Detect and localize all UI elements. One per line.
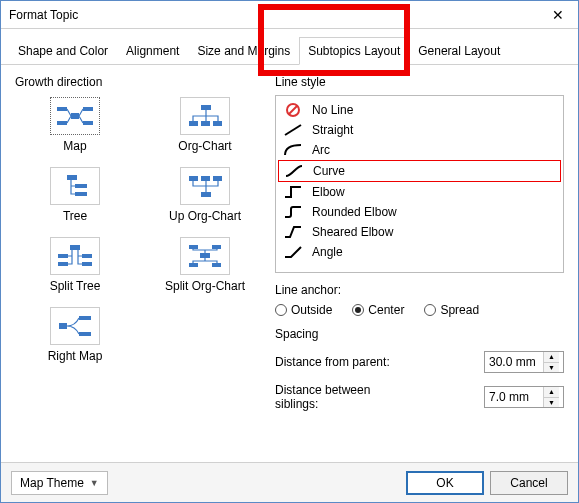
svg-rect-20 xyxy=(82,262,92,266)
svg-rect-15 xyxy=(213,176,222,181)
shearedelbow-icon xyxy=(282,224,304,240)
svg-rect-26 xyxy=(59,323,67,329)
window-title: Format Topic xyxy=(9,8,78,22)
spinner-buttons: ▲ ▼ xyxy=(543,352,559,372)
tab-shape-color[interactable]: Shape and Color xyxy=(9,37,117,64)
growth-splittree-label: Split Tree xyxy=(50,279,101,293)
linestyle-roundedelbow[interactable]: Rounded Elbow xyxy=(278,202,561,222)
linestyle-item-label: Sheared Elbow xyxy=(312,225,393,239)
linestyle-noline[interactable]: No Line xyxy=(278,100,561,120)
linestyle-list: No Line Straight Arc Curve Elbow xyxy=(275,95,564,273)
splitorgchart-icon xyxy=(180,237,230,275)
svg-rect-12 xyxy=(201,192,211,197)
elbow-icon xyxy=(282,184,304,200)
svg-rect-19 xyxy=(82,254,92,258)
linestyle-item-label: Straight xyxy=(312,123,353,137)
svg-line-30 xyxy=(289,106,297,114)
growth-rightmap[interactable]: Right Map xyxy=(15,307,135,363)
noline-icon xyxy=(282,102,304,118)
svg-rect-11 xyxy=(75,192,87,196)
growth-orgchart-label: Org-Chart xyxy=(178,139,231,153)
linestyle-item-label: Rounded Elbow xyxy=(312,205,397,219)
spin-down-icon[interactable]: ▼ xyxy=(544,362,559,373)
linestyle-angle[interactable]: Angle xyxy=(278,242,561,262)
tab-subtopics-layout[interactable]: Subtopics Layout xyxy=(299,37,409,65)
cancel-label: Cancel xyxy=(510,476,547,490)
svg-line-31 xyxy=(285,125,301,135)
distance-parent-spinner: ▲ ▼ xyxy=(484,351,564,373)
growth-tree-label: Tree xyxy=(63,209,87,223)
svg-rect-0 xyxy=(57,107,67,111)
svg-rect-5 xyxy=(201,105,211,110)
ok-button[interactable]: OK xyxy=(406,471,484,495)
line-anchor-row: Line anchor: xyxy=(275,283,564,297)
close-icon[interactable]: ✕ xyxy=(546,5,570,25)
distance-siblings-spinner: ▲ ▼ xyxy=(484,386,564,408)
chevron-down-icon: ▼ xyxy=(90,478,99,488)
distance-siblings-input[interactable] xyxy=(485,387,543,407)
svg-rect-14 xyxy=(201,176,210,181)
growth-map-label: Map xyxy=(63,139,86,153)
svg-rect-4 xyxy=(71,113,79,119)
growth-splitorgchart-label: Split Org-Chart xyxy=(165,279,245,293)
anchor-outside[interactable]: Outside xyxy=(275,303,332,317)
svg-rect-6 xyxy=(189,121,198,126)
radio-icon xyxy=(424,304,436,316)
linestyle-arc[interactable]: Arc xyxy=(278,140,561,160)
roundedelbow-icon xyxy=(282,204,304,220)
linestyle-straight[interactable]: Straight xyxy=(278,120,561,140)
tab-bar: Shape and Color Alignment Size and Margi… xyxy=(1,29,578,65)
growth-orgchart[interactable]: Org-Chart xyxy=(145,97,265,153)
ok-label: OK xyxy=(436,476,453,490)
svg-rect-9 xyxy=(67,175,77,180)
anchor-option-label: Spread xyxy=(440,303,479,317)
spin-up-icon[interactable]: ▲ xyxy=(544,387,559,397)
svg-rect-13 xyxy=(189,176,198,181)
svg-rect-3 xyxy=(83,121,93,125)
content-area: Growth direction Map Org-Chart xyxy=(1,65,578,421)
growth-map[interactable]: Map xyxy=(15,97,135,153)
distance-parent-input[interactable] xyxy=(485,352,543,372)
tab-size-margins[interactable]: Size and Margins xyxy=(188,37,299,64)
anchor-option-label: Center xyxy=(368,303,404,317)
linestyle-item-label: No Line xyxy=(312,103,353,117)
anchor-center[interactable]: Center xyxy=(352,303,404,317)
growth-splittree[interactable]: Split Tree xyxy=(15,237,135,293)
cancel-button[interactable]: Cancel xyxy=(490,471,568,495)
anchor-spread[interactable]: Spread xyxy=(424,303,479,317)
growth-grid: Map Org-Chart Tree xyxy=(15,97,265,363)
map-theme-label: Map Theme xyxy=(20,476,84,490)
svg-rect-1 xyxy=(57,121,67,125)
linestyle-shearedelbow[interactable]: Sheared Elbow xyxy=(278,222,561,242)
svg-rect-2 xyxy=(83,107,93,111)
growth-splitorgchart[interactable]: Split Org-Chart xyxy=(145,237,265,293)
linestyle-label: Line style xyxy=(275,75,564,89)
svg-rect-28 xyxy=(79,332,91,336)
map-theme-button[interactable]: Map Theme ▼ xyxy=(11,471,108,495)
linestyle-curve[interactable]: Curve xyxy=(278,160,561,182)
curve-icon xyxy=(283,163,305,179)
tab-general-layout[interactable]: General Layout xyxy=(409,37,509,64)
angle-icon xyxy=(282,244,304,260)
linestyle-elbow[interactable]: Elbow xyxy=(278,182,561,202)
radio-icon xyxy=(275,304,287,316)
svg-rect-18 xyxy=(58,262,68,266)
growth-tree[interactable]: Tree xyxy=(15,167,135,223)
dialog-footer: Map Theme ▼ OK Cancel xyxy=(1,462,578,502)
splittree-icon xyxy=(50,237,100,275)
tab-alignment[interactable]: Alignment xyxy=(117,37,188,64)
svg-rect-21 xyxy=(200,253,210,258)
straight-icon xyxy=(282,122,304,138)
distance-parent-row: Distance from parent: ▲ ▼ xyxy=(275,351,564,373)
growth-direction-label: Growth direction xyxy=(15,75,265,89)
spinner-buttons: ▲ ▼ xyxy=(543,387,559,407)
spin-down-icon[interactable]: ▼ xyxy=(544,397,559,408)
svg-rect-7 xyxy=(201,121,210,126)
rightmap-icon xyxy=(50,307,100,345)
growth-uporgchart[interactable]: Up Org-Chart xyxy=(145,167,265,223)
spin-up-icon[interactable]: ▲ xyxy=(544,352,559,362)
dialog-window: Format Topic ✕ Shape and Color Alignment… xyxy=(0,0,579,503)
tree-icon xyxy=(50,167,100,205)
arc-icon xyxy=(282,142,304,158)
anchor-option-label: Outside xyxy=(291,303,332,317)
